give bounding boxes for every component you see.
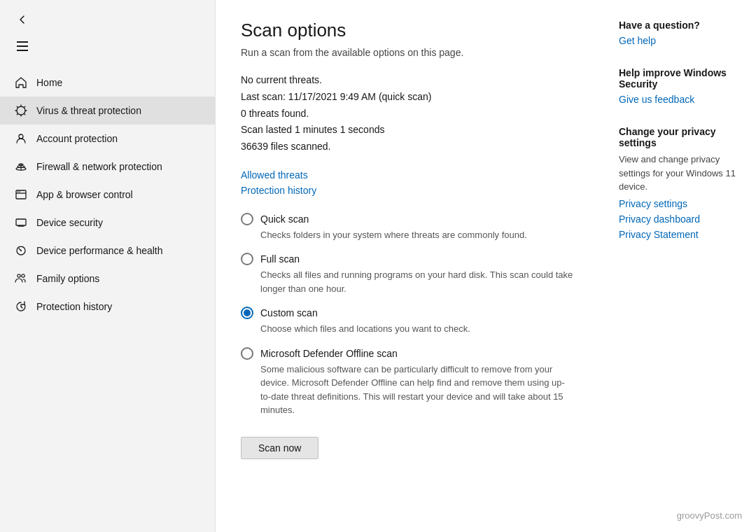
sidebar-item-app-browser[interactable]: App & browser control [0, 181, 215, 209]
sidebar-item-protection-history[interactable]: Protection history [0, 293, 215, 321]
sidebar-item-label-device-perf: Device performance & health [36, 245, 163, 256]
firewall-icon [14, 160, 28, 174]
page-title: Scan options [241, 20, 574, 41]
sidebar: HomeVirus & threat protectionAccount pro… [0, 0, 216, 532]
sidebar-item-family[interactable]: Family options [0, 265, 215, 293]
svg-point-8 [19, 191, 20, 192]
app-browser-icon [14, 188, 28, 202]
right-link-get-help[interactable]: Get help [619, 35, 739, 46]
right-link-give-us-feedback[interactable]: Give us feedback [619, 94, 739, 105]
sidebar-item-label-protection-history: Protection history [36, 301, 112, 312]
radio-quick[interactable] [241, 213, 253, 225]
radio-offline[interactable] [241, 347, 253, 360]
right-section-heading-improve: Help improve Windows Security [619, 67, 739, 90]
svg-point-13 [18, 274, 20, 277]
sidebar-item-firewall[interactable]: Firewall & network protection [0, 153, 215, 181]
svg-rect-9 [16, 219, 26, 225]
family-icon [14, 272, 28, 286]
right-panel: Have a question?Get helpHelp improve Win… [602, 0, 756, 532]
main-content: Scan options Run a scan from the availab… [216, 0, 756, 532]
right-section-privacy: Change your privacy settingsView and cha… [619, 126, 739, 244]
protection-history-link[interactable]: Protection history [241, 185, 574, 196]
protection-history-icon [14, 300, 28, 314]
sidebar-top-controls [0, 0, 215, 63]
no-threats-text: No current threats. [241, 72, 574, 89]
last-scan-text: Last scan: 11/17/2021 9:49 AM (quick sca… [241, 89, 574, 106]
radio-inner-custom [244, 309, 251, 316]
sidebar-item-label-device-security: Device security [36, 217, 103, 228]
scan-option-desc-custom: Choose which files and locations you wan… [260, 322, 574, 336]
files-scanned-text: 36639 files scanned. [241, 139, 574, 155]
sidebar-item-device-security[interactable]: Device security [0, 209, 215, 237]
radio-custom[interactable] [241, 307, 253, 319]
right-link-privacy-settings[interactable]: Privacy settings [619, 198, 739, 209]
hamburger-icon [17, 41, 28, 51]
svg-point-14 [22, 274, 24, 277]
right-link-privacy-statement[interactable]: Privacy Statement [619, 229, 739, 240]
scan-option-full: Full scanChecks all files and running pr… [241, 253, 574, 295]
page-subtitle: Run a scan from the available options on… [241, 47, 574, 58]
svg-point-7 [18, 191, 19, 192]
scan-option-custom: Custom scanChoose which files and locati… [241, 307, 574, 336]
sidebar-item-label-account: Account protection [36, 133, 118, 144]
scan-option-quick: Quick scanChecks folders in your system … [241, 213, 574, 242]
menu-button[interactable] [11, 35, 34, 57]
scan-option-header-quick[interactable]: Quick scan [241, 213, 574, 225]
right-section-improve: Help improve Windows SecurityGive us fee… [619, 67, 739, 109]
sidebar-item-virus[interactable]: Virus & threat protection [0, 97, 215, 125]
content-area: Scan options Run a scan from the availab… [216, 0, 602, 532]
scan-now-button[interactable]: Scan now [241, 437, 318, 459]
account-icon [14, 132, 28, 146]
sidebar-item-label-home: Home [36, 77, 62, 88]
main-content-area: Scan options Run a scan from the availab… [216, 0, 756, 532]
sidebar-item-account[interactable]: Account protection [0, 125, 215, 153]
sidebar-item-label-firewall: Firewall & network protection [36, 161, 162, 172]
right-link-privacy-dashboard[interactable]: Privacy dashboard [619, 214, 739, 225]
right-section-heading-privacy: Change your privacy settings [619, 126, 739, 148]
sidebar-item-device-perf[interactable]: Device performance & health [0, 237, 215, 265]
sidebar-item-label-app-browser: App & browser control [36, 189, 133, 200]
back-button[interactable] [11, 8, 34, 31]
scan-option-label-full: Full scan [260, 253, 300, 265]
right-section-question: Have a question?Get help [619, 20, 739, 50]
scan-status-block: No current threats. Last scan: 11/17/202… [241, 72, 574, 155]
scan-option-header-custom[interactable]: Custom scan [241, 307, 574, 319]
device-perf-icon [14, 244, 28, 258]
scan-option-header-offline[interactable]: Microsoft Defender Offline scan [241, 347, 574, 360]
scan-duration-text: Scan lasted 1 minutes 1 seconds [241, 122, 574, 139]
threats-found-text: 0 threats found. [241, 106, 574, 122]
svg-point-12 [20, 250, 22, 251]
scan-option-desc-offline: Some malicious software can be particula… [260, 363, 574, 417]
right-section-heading-question: Have a question? [619, 20, 739, 31]
svg-point-0 [19, 134, 23, 139]
scan-option-header-full[interactable]: Full scan [241, 253, 574, 265]
device-security-icon [14, 216, 28, 230]
watermark: groovyPost.com [677, 510, 742, 521]
svg-line-16 [21, 307, 22, 308]
sidebar-item-label-virus: Virus & threat protection [36, 105, 141, 116]
scan-option-label-quick: Quick scan [260, 214, 309, 225]
scan-option-desc-full: Checks all files and running programs on… [260, 268, 574, 295]
virus-icon [14, 104, 28, 118]
scan-option-label-custom: Custom scan [260, 307, 318, 318]
allowed-threats-link[interactable]: Allowed threats [241, 169, 574, 181]
scan-options-list: Quick scanChecks folders in your system … [241, 213, 574, 417]
scan-links-block: Allowed threats Protection history [241, 169, 574, 196]
sidebar-nav: HomeVirus & threat protectionAccount pro… [0, 69, 215, 321]
radio-full[interactable] [241, 253, 253, 265]
scan-option-offline: Microsoft Defender Offline scanSome mali… [241, 347, 574, 417]
sidebar-item-home[interactable]: Home [0, 69, 215, 97]
sidebar-item-label-family: Family options [36, 273, 99, 284]
right-section-body-privacy: View and change privacy settings for you… [619, 153, 739, 194]
scan-option-desc-quick: Checks folders in your system where thre… [260, 228, 574, 242]
home-icon [14, 76, 28, 90]
scan-option-label-offline: Microsoft Defender Offline scan [260, 348, 398, 359]
